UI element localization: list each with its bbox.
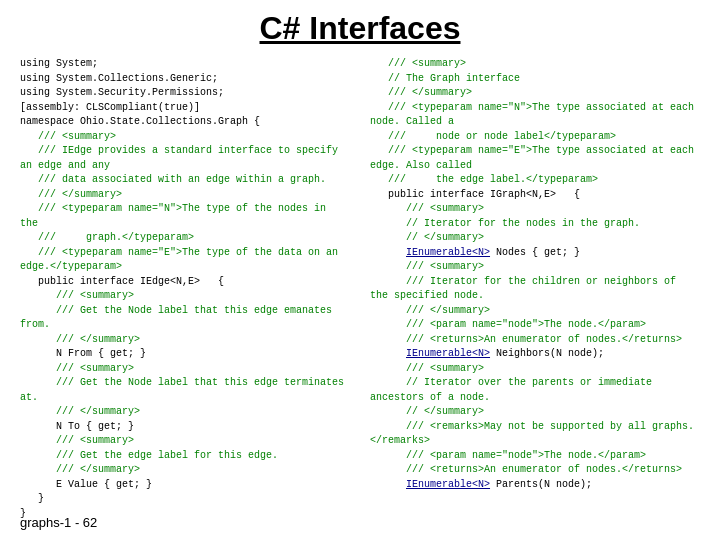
code-line: /// <typeparam name="E">The type associa… <box>370 144 700 173</box>
code-line: /// Iterator for the children or neighbo… <box>370 275 700 304</box>
code-line: /// Get the Node label that this edge em… <box>20 304 350 333</box>
code-line: /// Get the edge label for this edge. <box>20 449 350 464</box>
code-line: // Iterator for the nodes in the graph. <box>370 217 700 232</box>
page-title: C# Interfaces <box>20 10 700 47</box>
code-line: /// </summary> <box>20 463 350 478</box>
code-line: /// <summary> <box>370 362 700 377</box>
code-line: /// <summary> <box>370 202 700 217</box>
code-line: // </summary> <box>370 405 700 420</box>
content-area: using System;using System.Collections.Ge… <box>20 57 700 521</box>
code-line: /// <param name="node">The node.</param> <box>370 318 700 333</box>
code-line: /// data associated with an edge within … <box>20 173 350 188</box>
code-line: /// <summary> <box>20 362 350 377</box>
left-column: using System;using System.Collections.Ge… <box>20 57 350 521</box>
code-line: /// <summary> <box>20 130 350 145</box>
code-line: [assembly: CLSCompliant(true)] <box>20 101 350 116</box>
code-line: /// <returns>An enumerator of nodes.</re… <box>370 333 700 348</box>
code-line: public interface IEdge<N,E> { <box>20 275 350 290</box>
code-line: IEnumerable<N> Nodes { get; } <box>370 246 700 261</box>
footer-label: graphs-1 - 62 <box>20 515 97 530</box>
code-line: /// </summary> <box>370 304 700 319</box>
code-line: using System.Security.Permissions; <box>20 86 350 101</box>
code-line: /// <summary> <box>20 289 350 304</box>
code-line: // The Graph interface <box>370 72 700 87</box>
code-line: // Iterator over the parents or immediat… <box>370 376 700 405</box>
page: C# Interfaces using System;using System.… <box>0 0 720 540</box>
code-line: } <box>20 492 350 507</box>
code-line: /// <typeparam name="N">The type associa… <box>370 101 700 130</box>
code-line: N From { get; } <box>20 347 350 362</box>
code-line: /// <summary> <box>370 260 700 275</box>
code-line: /// the edge label.</typeparam> <box>370 173 700 188</box>
code-line: // </summary> <box>370 231 700 246</box>
code-line: /// IEdge provides a standard interface … <box>20 144 350 173</box>
code-line: /// Get the Node label that this edge te… <box>20 376 350 405</box>
code-line: /// graph.</typeparam> <box>20 231 350 246</box>
code-line: using System; <box>20 57 350 72</box>
code-line: using System.Collections.Generic; <box>20 72 350 87</box>
code-line: /// node or node label</typeparam> <box>370 130 700 145</box>
code-line: N To { get; } <box>20 420 350 435</box>
code-line: namespace Ohio.State.Collections.Graph { <box>20 115 350 130</box>
code-line: public interface IGraph<N,E> { <box>370 188 700 203</box>
code-line: /// <remarks>May not be supported by all… <box>370 420 700 449</box>
code-line: /// </summary> <box>370 86 700 101</box>
code-line: E Value { get; } <box>20 478 350 493</box>
code-line: /// </summary> <box>20 405 350 420</box>
code-line: IEnumerable<N> Neighbors(N node); <box>370 347 700 362</box>
code-line: /// </summary> <box>20 188 350 203</box>
code-line: /// <summary> <box>20 434 350 449</box>
code-line: IEnumerable<N> Parents(N node); <box>370 478 700 493</box>
code-line: /// <typeparam name="E">The type of the … <box>20 246 350 275</box>
code-line: /// <typeparam name="N">The type of the … <box>20 202 350 231</box>
code-line: /// <returns>An enumerator of nodes.</re… <box>370 463 700 478</box>
right-column: /// <summary> // The Graph interface ///… <box>370 57 700 521</box>
code-line: /// <summary> <box>370 57 700 72</box>
code-line: /// </summary> <box>20 333 350 348</box>
code-line: /// <param name="node">The node.</param> <box>370 449 700 464</box>
